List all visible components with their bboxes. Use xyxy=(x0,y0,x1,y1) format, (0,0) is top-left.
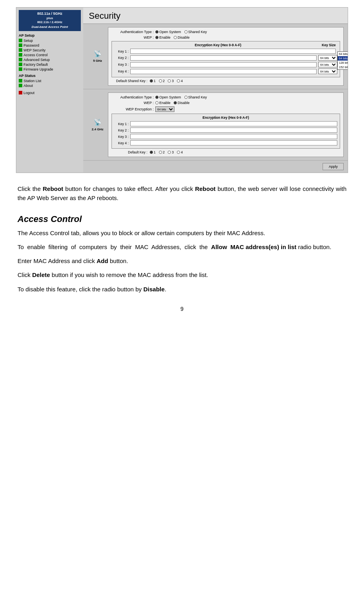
key4-size-5ghz[interactable]: 64 bits xyxy=(318,69,337,74)
dk4-text-24ghz: 4 xyxy=(181,150,183,154)
wep-enable-option-24ghz[interactable]: Enable xyxy=(155,101,170,105)
key4-row-5ghz: Key 4 : 64 bits xyxy=(114,69,337,74)
nav-item-password[interactable]: Password xyxy=(19,43,81,47)
nav-item-factory-default[interactable]: Factory Default xyxy=(19,63,81,67)
dk1-24ghz[interactable]: 1 xyxy=(150,150,156,154)
ap-status-label: AP Status xyxy=(19,74,81,78)
key2-size-5ghz[interactable]: 64 bits xyxy=(318,55,337,61)
nav-item-setup[interactable]: Setup xyxy=(19,39,81,43)
wep-disable-label-5ghz: Disable xyxy=(178,35,190,39)
body-text-area: Click the Reboot button for changes to t… xyxy=(16,184,348,294)
wep-enc-row-24ghz: WEP Encryption : 64 bits xyxy=(112,106,340,112)
key1-input-5ghz[interactable] xyxy=(130,49,336,54)
paragraph-reboot: Click the Reboot button for changes to t… xyxy=(18,184,346,203)
nav-square-wep xyxy=(19,48,22,52)
wep-radio-group-24ghz: Enable Disable xyxy=(155,101,190,105)
apply-btn-row: Apply xyxy=(83,161,348,173)
key4-input-24ghz[interactable] xyxy=(130,140,337,145)
dk3-text-24ghz: 3 xyxy=(172,150,174,154)
shared-key-radio-24ghz[interactable] xyxy=(184,96,188,99)
nav-item-access-control[interactable]: Access Control xyxy=(19,53,81,57)
dk2-5ghz[interactable]: 2 xyxy=(159,79,165,83)
key3-size-5ghz[interactable]: 64 bits xyxy=(318,62,337,67)
dk3-radio-24ghz[interactable] xyxy=(168,151,171,154)
open-system-radio-24ghz[interactable] xyxy=(155,96,159,99)
shared-key-option-5ghz[interactable]: Shared Key xyxy=(184,30,207,34)
dk4-5ghz[interactable]: 4 xyxy=(177,79,183,83)
key2-input-24ghz[interactable] xyxy=(130,128,337,133)
key3-row-5ghz: Key 3 : 64 bits xyxy=(114,62,337,67)
freq-24ghz-label-col: 📡 2.4 GHz xyxy=(87,92,108,157)
nav-item-about[interactable]: About xyxy=(19,84,81,88)
device-line1: 802.11a / 5GHz xyxy=(20,12,80,16)
access-control-heading: Access Control xyxy=(18,214,346,224)
key2-input-5ghz[interactable] xyxy=(130,55,317,61)
freq-24ghz-badge: 2.4 GHz xyxy=(92,128,103,132)
key3-input-24ghz[interactable] xyxy=(130,134,337,139)
dk4-24ghz[interactable]: 4 xyxy=(177,150,183,154)
wep-label-5ghz: WEP : xyxy=(112,35,155,39)
dd-128bits-5ghz[interactable]: 128 bits xyxy=(338,61,348,65)
nav-item-station-list[interactable]: Station List xyxy=(19,79,81,83)
nav-label-logout: Logout xyxy=(23,91,35,95)
dk1-radio-5ghz[interactable] xyxy=(150,79,153,83)
nav-label-wep: WEP Security xyxy=(23,48,45,52)
enc-section-5ghz: Encryption Key (Hex 0-9 A-F) Key Size Ke… xyxy=(112,41,340,77)
wep-enc-label-24ghz: WEP Encryption : xyxy=(112,107,155,111)
nav-item-wep-security[interactable]: WEP Security xyxy=(19,48,81,52)
device-line3: 802.11b / 2.4GHz xyxy=(20,20,80,24)
key2-label-24ghz: Key 2 : xyxy=(114,128,129,132)
dk3-5ghz[interactable]: 3 xyxy=(168,79,174,83)
dk4-radio-5ghz[interactable] xyxy=(177,79,180,83)
key3-input-5ghz[interactable] xyxy=(130,62,317,67)
dd-64bits-selected-5ghz[interactable]: 64 bits xyxy=(338,56,348,61)
nav-item-logout[interactable]: Logout xyxy=(19,91,81,95)
shared-key-label-24ghz: Shared Key xyxy=(188,95,207,99)
freq-5ghz-section: 📡 5 GHz Authentication Type : Open Syste… xyxy=(83,24,348,89)
key1-label-24ghz: Key 1 : xyxy=(114,122,129,126)
nav-label-advanced: Advanced Setup xyxy=(23,58,50,62)
panel-title: Security xyxy=(83,8,348,24)
wep-disable-radio-24ghz[interactable] xyxy=(174,101,177,104)
key1-label-5ghz: Key 1 : xyxy=(114,49,129,53)
wep-enable-option-5ghz[interactable]: Enable xyxy=(155,35,170,39)
enc-section-24ghz: Encryption Key (Hex 0-9 A-F) Key 1 : Key… xyxy=(112,114,340,149)
key-size-list-5ghz[interactable]: 64 bits 64 bits 128 bits 152 bits xyxy=(337,51,348,70)
open-system-radio-5ghz[interactable] xyxy=(155,30,159,33)
wep-disable-radio-5ghz[interactable] xyxy=(174,36,177,39)
key2-row-24ghz: Key 2 : xyxy=(114,128,337,133)
auth-radio-group-24ghz: Open System Shared Key xyxy=(155,95,207,99)
nav-square-factory xyxy=(19,63,22,66)
wep-enable-radio-5ghz[interactable] xyxy=(155,36,159,39)
dk2-radio-5ghz[interactable] xyxy=(159,79,162,83)
apply-button[interactable]: Apply xyxy=(323,163,344,170)
wep-enable-radio-24ghz[interactable] xyxy=(155,101,159,104)
key1-input-24ghz[interactable] xyxy=(130,121,337,126)
enc-header-24ghz: Encryption Key (Hex 0-9 A-F) xyxy=(114,116,337,120)
shared-key-radio-5ghz[interactable] xyxy=(184,30,188,33)
freq-5ghz-badge: 5 GHz xyxy=(93,59,102,63)
dk2-24ghz[interactable]: 2 xyxy=(159,150,165,154)
auth-type-row-24ghz: Authentication Type : Open System Shared… xyxy=(112,95,340,99)
enc-header-5ghz: Encryption Key (Hex 0-9 A-F) xyxy=(114,43,322,47)
dk1-radio-24ghz[interactable] xyxy=(150,151,153,154)
key4-input-5ghz[interactable] xyxy=(130,69,317,74)
open-system-option-5ghz[interactable]: Open System xyxy=(155,30,181,34)
key-size-col-header-5ghz: Key Size xyxy=(322,43,336,47)
dk1-5ghz[interactable]: 1 xyxy=(150,79,156,83)
nav-item-advanced-setup[interactable]: Advanced Setup xyxy=(19,58,81,62)
dk3-radio-5ghz[interactable] xyxy=(168,79,171,83)
dk2-radio-24ghz[interactable] xyxy=(159,151,162,154)
nav-item-firmware[interactable]: Firmware Upgrade xyxy=(19,67,81,71)
open-system-option-24ghz[interactable]: Open System xyxy=(155,95,181,99)
wep-disable-option-24ghz[interactable]: Disable xyxy=(174,101,190,105)
dd-64bits-5ghz[interactable]: 64 bits xyxy=(338,52,348,56)
shared-key-option-24ghz[interactable]: Shared Key xyxy=(184,95,207,99)
dk3-24ghz[interactable]: 3 xyxy=(168,150,174,154)
default-key-radio-5ghz: 1 2 3 4 xyxy=(150,79,183,83)
wep-disable-option-5ghz[interactable]: Disable xyxy=(174,35,190,39)
dk4-radio-24ghz[interactable] xyxy=(177,151,180,154)
wep-enc-select-24ghz[interactable]: 64 bits xyxy=(155,106,174,112)
freq-24ghz-section: 📡 2.4 GHz Authentication Type : Open Sys… xyxy=(83,89,348,161)
dd-152bits-5ghz[interactable]: 152 bits xyxy=(338,65,348,69)
